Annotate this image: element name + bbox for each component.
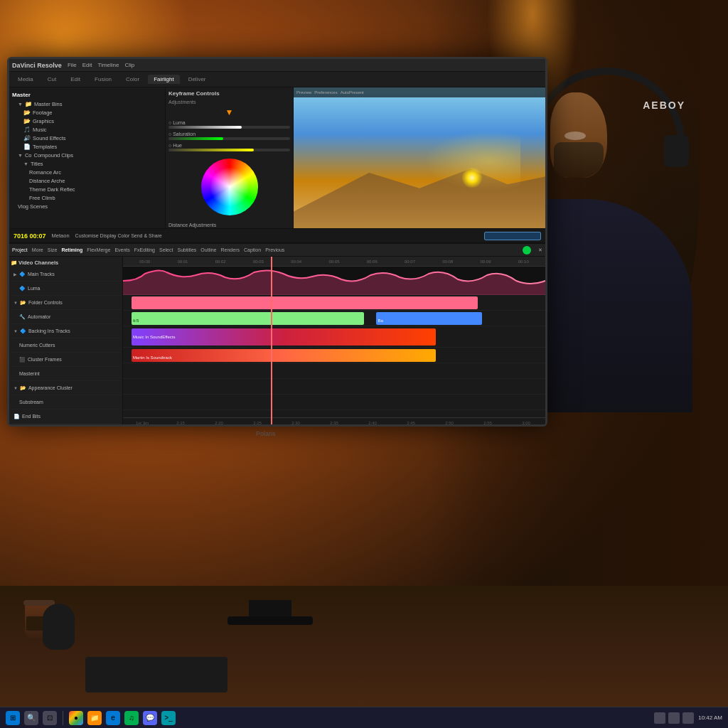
tree-item-distance[interactable]: Distance Arche <box>12 176 162 185</box>
tl-subtitles[interactable]: Subtitles <box>177 247 196 252</box>
clock: 10:42 AM <box>698 714 722 721</box>
tree-item-compound[interactable]: ▼ Co Compound Clips <box>12 151 162 159</box>
taskbar-divider <box>63 711 63 725</box>
tree-item-climb[interactable]: Free Climb <box>12 193 162 202</box>
track-main-tracks[interactable]: ▶ 🔷 Main Tracks <box>11 267 121 282</box>
tl-fxediting[interactable]: FxEditing <box>134 247 155 252</box>
menu-timeline[interactable]: Timeline <box>98 62 119 68</box>
tl-more[interactable]: More <box>32 247 43 252</box>
track-lane-2[interactable]: It:5 Ba <box>123 311 545 326</box>
taskbar-chrome[interactable]: ● <box>69 711 83 725</box>
taskbar-discord[interactable]: 💬 <box>143 711 157 725</box>
clip-gradient[interactable]: Music In SoundEffects <box>132 328 436 346</box>
monitor: DaVinci Resolve File Edit Timeline Clip … <box>7 57 547 427</box>
tree-item-footage[interactable]: 📂Footage <box>12 108 162 117</box>
spotify-icon: ♫ <box>129 714 134 722</box>
tab-fairlight[interactable]: Fairlight <box>148 75 179 84</box>
tl-events[interactable]: Events <box>114 247 129 252</box>
tl-retiming[interactable]: Retiming <box>61 247 82 252</box>
tab-edit[interactable]: Edit <box>65 75 86 84</box>
preview-top-bar: Preview Preferences AutoPresent <box>294 87 545 97</box>
hue-track[interactable] <box>168 149 290 151</box>
tl-close[interactable]: ✕ <box>538 247 542 253</box>
sat-track[interactable] <box>168 137 290 140</box>
menu-edit[interactable]: Edit <box>82 62 92 68</box>
tree-item-theme[interactable]: Theme Dark Reflec <box>12 185 162 193</box>
track-masterint[interactable]: Masterint <box>11 367 121 381</box>
tab-media[interactable]: Media <box>12 75 39 84</box>
track-lane-1[interactable] <box>123 295 545 311</box>
taskbar-start[interactable]: ⊞ <box>6 711 20 725</box>
clip-blue-label: Ba <box>376 317 384 324</box>
distance-adj-label: Distance Adjustments <box>168 223 290 228</box>
tree-item-music[interactable]: 🎵Music <box>12 125 162 134</box>
hue-fill <box>168 149 254 151</box>
terminal-icon: >_ <box>164 714 172 722</box>
taskbar-search[interactable]: 🔍 <box>24 711 38 725</box>
tab-color[interactable]: Color <box>120 75 145 84</box>
tree-item-titles[interactable]: ▼Titles <box>12 159 162 168</box>
track-lane-5[interactable] <box>123 363 545 379</box>
tree-item-graphics[interactable]: 📂Graphics <box>12 117 162 125</box>
tl-size[interactable]: Size <box>48 247 58 252</box>
track-lane-6[interactable] <box>123 379 545 395</box>
clip-green[interactable]: It:5 <box>132 312 364 325</box>
adjustments-label: Adjustments <box>168 100 290 105</box>
tab-cut[interactable]: Cut <box>42 75 62 84</box>
monitor-brand: Polaris <box>256 430 276 437</box>
taskbar-edge[interactable]: e <box>106 711 120 725</box>
clip-gradient-label1: Music In SoundEffects <box>132 333 177 341</box>
track-folder-controls[interactable]: ▼ 📂 Folder Controls <box>11 296 121 310</box>
discord-icon: 💬 <box>146 714 154 722</box>
tab-deliver[interactable]: Deliver <box>183 75 212 84</box>
track-lane-3[interactable]: Music In SoundEffects <box>123 326 545 348</box>
track-numeric[interactable]: Numeric Cutters <box>11 338 121 353</box>
taskbar-terminal[interactable]: >_ <box>161 711 176 725</box>
waveform-fill <box>123 270 545 295</box>
top-content-area: Master ▼ 📁 Master Bins 📂Footage 📂Graphic… <box>9 87 545 242</box>
tl-previous[interactable]: Previous <box>265 247 284 252</box>
taskbar-spotify[interactable]: ♫ <box>124 711 139 725</box>
hue-label: ○ Hue <box>168 143 290 148</box>
luma-track[interactable] <box>168 126 290 129</box>
audio-waveform-track[interactable] <box>123 267 545 295</box>
taskbar-files[interactable]: 📁 <box>87 711 102 725</box>
tab-fusion[interactable]: Fusion <box>89 75 117 84</box>
track-appearance[interactable]: ▼ 📂 Appearance Cluster <box>11 381 121 395</box>
menu-clip[interactable]: Clip <box>125 62 135 68</box>
track-luma[interactable]: 🔷 Luma <box>11 282 121 296</box>
color-wheel[interactable] <box>201 159 258 215</box>
bs-1: 2:15 <box>161 421 200 425</box>
track-folder-icon: 📂 <box>20 300 26 306</box>
bs-6: 2:40 <box>353 421 392 425</box>
preview-image: Preview Preferences AutoPresent 01:00:12… <box>294 87 545 242</box>
clip-main[interactable] <box>132 296 478 309</box>
search-icon: 🔍 <box>27 714 36 722</box>
track-automator[interactable]: 🔧 Automator <box>11 310 121 324</box>
track-backing[interactable]: ▼ 🔷 Backing Ins Tracks <box>11 324 121 338</box>
tl-renders[interactable]: Renders <box>221 247 240 252</box>
tl-project[interactable]: Project <box>12 247 28 252</box>
track-lane-4[interactable]: Martin Is Soundtrack <box>123 348 545 363</box>
clip-blue[interactable]: Ba <box>376 312 482 325</box>
clip-orange[interactable]: Martin Is Soundtrack <box>132 349 436 362</box>
track-end-bits[interactable]: 📄 End Bits <box>11 410 121 424</box>
track-cluster[interactable]: ⬛ Cluster Frames <box>11 353 121 367</box>
tree-item-templates[interactable]: 📄Templates <box>12 142 162 151</box>
tl-flexmerge[interactable]: FlexMerge <box>87 247 110 252</box>
cluster-icon: ⬛ <box>19 357 26 363</box>
search-field[interactable] <box>484 232 541 240</box>
menu-file[interactable]: File <box>68 62 77 68</box>
track-lane-7[interactable] <box>123 395 545 410</box>
tl-outline[interactable]: Outline <box>200 247 216 252</box>
tl-select[interactable]: Select <box>159 247 173 252</box>
tl-caption[interactable]: Caption <box>244 247 261 252</box>
tree-item-vlog[interactable]: Vlog Scenes <box>12 202 162 210</box>
folder-expand-icon: ▼ <box>14 301 18 305</box>
track-substream[interactable]: Substream <box>11 395 121 410</box>
tree-item-romance[interactable]: Romance Arc <box>12 168 162 176</box>
playhead[interactable] <box>271 257 272 427</box>
taskbar-taskview[interactable]: ⊡ <box>43 711 57 725</box>
tree-item-sound-effects[interactable]: 🔊Sound Effects <box>12 134 162 142</box>
tree-item-master-bins[interactable]: ▼ 📁 Master Bins <box>12 100 162 108</box>
